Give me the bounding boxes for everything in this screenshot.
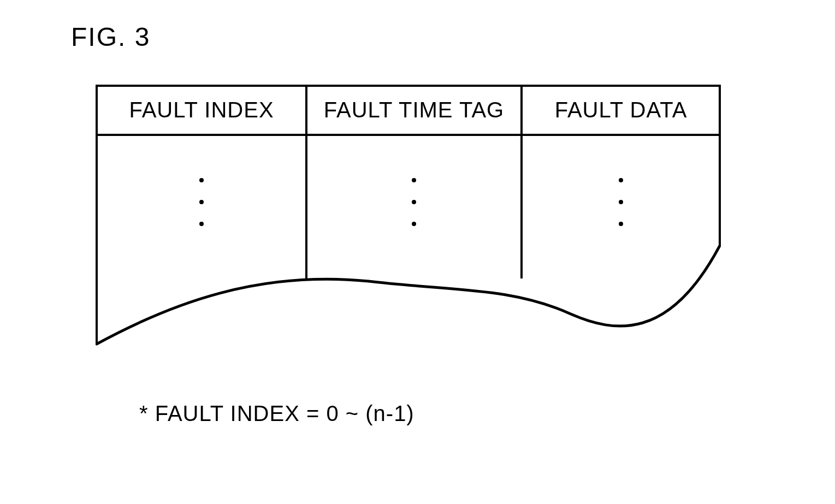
svg-point-0 — [199, 178, 204, 182]
svg-point-8 — [619, 222, 623, 226]
footnote: * FAULT INDEX = 0 ~ (n-1) — [139, 401, 414, 426]
svg-point-7 — [619, 200, 623, 204]
torn-bottom-edge — [97, 246, 720, 344]
header-fault-data: FAULT DATA — [555, 98, 688, 122]
svg-point-1 — [199, 200, 204, 204]
svg-point-5 — [412, 222, 416, 226]
svg-point-2 — [199, 222, 204, 226]
svg-point-3 — [412, 178, 416, 182]
ellipsis-col-1 — [199, 178, 204, 226]
ellipsis-col-2 — [412, 178, 416, 226]
header-fault-time-tag: FAULT TIME TAG — [324, 98, 504, 122]
svg-point-6 — [619, 178, 623, 182]
fault-record-table: FAULT INDEX FAULT TIME TAG FAULT DATA — [96, 85, 721, 369]
figure-container: FIG. 3 FAULT INDEX FAULT TIME TAG FAULT … — [0, 0, 835, 504]
ellipsis-col-3 — [619, 178, 623, 226]
header-fault-index: FAULT INDEX — [129, 98, 274, 122]
svg-point-4 — [412, 200, 416, 204]
figure-label: FIG. 3 — [71, 22, 150, 52]
